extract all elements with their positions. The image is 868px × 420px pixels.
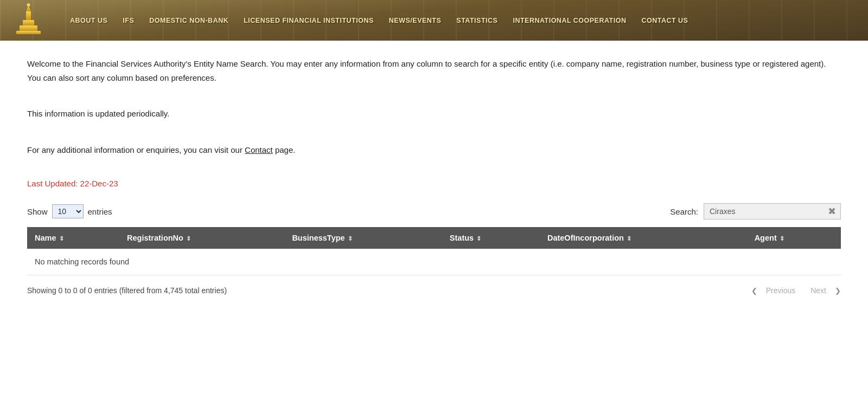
sort-icon: ⇕ <box>348 235 353 242</box>
site-header: ABOUT USIFSDOMESTIC NON-BANKLICENSED FIN… <box>0 0 868 41</box>
sort-icon: ⇕ <box>476 235 481 242</box>
col-header-date_inc[interactable]: DateOfIncorporation⇕ <box>540 227 747 249</box>
no-records-message: No matching records found <box>27 249 841 275</box>
table-header-row: Name⇕RegistrationNo⇕BusinessType⇕Status⇕… <box>27 227 841 249</box>
last-updated: Last Updated: 22-Dec-23 <box>27 179 841 188</box>
next-button[interactable]: Next <box>804 283 833 298</box>
sort-icon: ⇕ <box>627 235 631 242</box>
prev-chevron: ❮ <box>751 287 757 295</box>
entries-label: entries <box>88 207 112 216</box>
nav-item-contact-us[interactable]: CONTACT US <box>634 17 695 24</box>
previous-button[interactable]: Previous <box>760 283 802 298</box>
svg-rect-3 <box>26 11 31 20</box>
next-chevron: ❯ <box>835 287 841 295</box>
nav-item-statistics[interactable]: STATISTICS <box>449 17 505 24</box>
search-label: Search: <box>670 207 698 216</box>
search-clear-button[interactable]: ✖ <box>824 206 840 216</box>
search-input-wrap: ✖ <box>704 203 841 219</box>
entries-select[interactable]: 102550100 <box>52 204 84 218</box>
last-updated-date: 22-Dec-23 <box>78 179 118 188</box>
sort-icon: ⇕ <box>186 235 191 242</box>
pagination: ❮ Previous Next ❯ <box>751 283 841 298</box>
last-updated-label: Last Updated: <box>27 179 78 188</box>
sort-icon: ⇕ <box>59 235 64 242</box>
nav-item-ifs[interactable]: IFS <box>115 17 142 24</box>
intro-paragraph-1: Welcome to the Financial Services Author… <box>27 57 841 85</box>
main-nav: ABOUT USIFSDOMESTIC NON-BANKLICENSED FIN… <box>62 17 695 24</box>
sort-icon: ⇕ <box>780 235 784 242</box>
intro-paragraph-2: This information is updated periodically… <box>27 107 841 121</box>
intro-para3-suffix: page. <box>273 145 296 154</box>
svg-point-5 <box>27 3 30 7</box>
intro-para3-prefix: For any additional information or enquir… <box>27 145 245 154</box>
contact-link[interactable]: Contact <box>245 145 273 154</box>
intro-paragraph-3: For any additional information or enquir… <box>27 143 841 157</box>
svg-rect-0 <box>16 31 41 34</box>
col-header-reg_no[interactable]: RegistrationNo⇕ <box>119 227 284 249</box>
nav-item-licensed-financial-institutions[interactable]: LICENSED FINANCIAL INSTITUTIONS <box>236 17 381 24</box>
table-head: Name⇕RegistrationNo⇕BusinessType⇕Status⇕… <box>27 227 841 249</box>
logo[interactable] <box>11 3 46 38</box>
search-input[interactable] <box>704 204 824 219</box>
nav-item-news-events[interactable]: NEWS/EVENTS <box>381 17 449 24</box>
col-header-name[interactable]: Name⇕ <box>27 227 119 249</box>
show-label: Show <box>27 207 48 216</box>
search-control: Search: ✖ <box>670 203 841 219</box>
showing-text: Showing 0 to 0 of 0 entries (filtered fr… <box>27 286 227 295</box>
svg-rect-2 <box>23 20 34 25</box>
entity-table: Name⇕RegistrationNo⇕BusinessType⇕Status⇕… <box>27 227 841 249</box>
nav-item-domestic-non-bank[interactable]: DOMESTIC NON-BANK <box>142 17 236 24</box>
col-header-business_type[interactable]: BusinessType⇕ <box>284 227 442 249</box>
show-entries-control: Show 102550100 entries <box>27 204 112 218</box>
col-header-agent[interactable]: Agent⇕ <box>747 227 841 249</box>
nav-item-about-us[interactable]: ABOUT US <box>62 17 115 24</box>
svg-rect-1 <box>20 25 37 31</box>
main-content: Welcome to the Financial Services Author… <box>11 41 857 320</box>
nav-item-international-cooperation[interactable]: INTERNATIONAL COOPERATION <box>505 17 634 24</box>
table-controls: Show 102550100 entries Search: ✖ <box>27 203 841 219</box>
table-footer: Showing 0 to 0 of 0 entries (filtered fr… <box>27 283 841 298</box>
col-header-status[interactable]: Status⇕ <box>442 227 540 249</box>
